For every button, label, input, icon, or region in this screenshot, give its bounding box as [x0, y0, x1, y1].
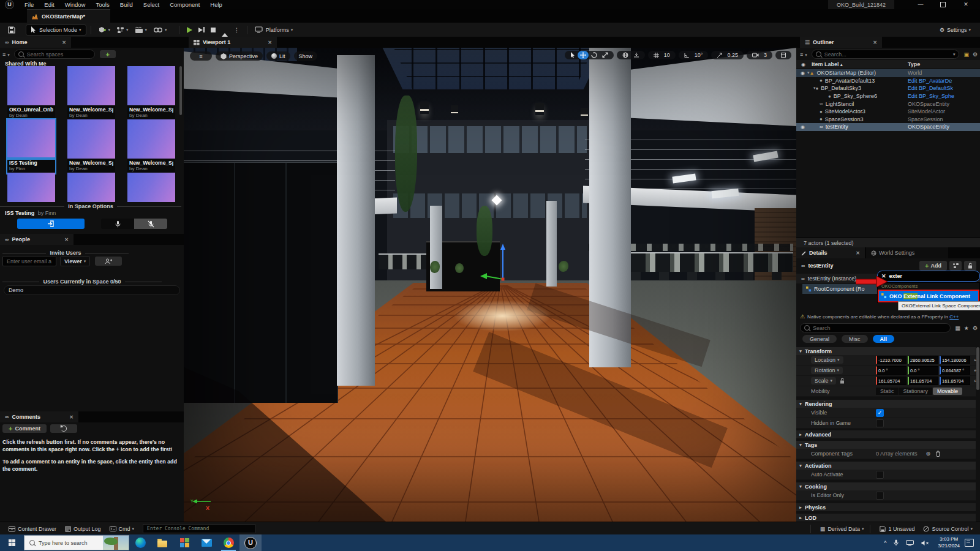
tab-all[interactable]: All	[873, 335, 895, 343]
show-dropdown[interactable]: Show	[294, 51, 318, 61]
save-button[interactable]	[5, 24, 18, 35]
section-activation[interactable]: ▾Activation	[796, 462, 976, 470]
location-z[interactable]: 154.180006	[940, 356, 970, 364]
visible-checkbox[interactable]: ✓	[876, 409, 884, 417]
space-card[interactable]	[67, 173, 115, 202]
mobility-static[interactable]: Static	[876, 388, 899, 395]
platforms-dropdown[interactable]: Platforms ▾	[252, 24, 296, 35]
output-log-button[interactable]: Output Log	[65, 526, 101, 532]
section-physics[interactable]: ▸Physics	[796, 503, 976, 511]
add-element-icon[interactable]: ⊕	[926, 451, 931, 457]
favorites-icon[interactable]: ★	[964, 325, 969, 331]
tab-outliner[interactable]: ☰ Outliner ✕	[800, 37, 882, 48]
outliner-row-avatar[interactable]: ● BP_AvatarDefault13 Edit BP_AvatarDe	[796, 77, 980, 85]
camera-speed-group[interactable]: 3	[747, 51, 772, 59]
selection-mode-dropdown[interactable]: Selection Mode ▾	[26, 24, 86, 36]
close-icon[interactable]: ✕	[856, 250, 860, 256]
outliner-settings-icon[interactable]: ⚙	[973, 51, 978, 58]
section-advanced[interactable]: ▸Advanced	[796, 430, 976, 438]
space-card[interactable]: New_Welcome_Sp...by Dean	[127, 119, 175, 173]
rotate-tool[interactable]	[589, 52, 600, 58]
settings-dropdown[interactable]: ⚙ Settings ▾	[937, 24, 974, 35]
angle-snap-value[interactable]: 10°	[692, 52, 706, 58]
mobility-stationary[interactable]: Stationary	[899, 388, 933, 395]
section-transform[interactable]: ▾Transform	[796, 347, 976, 355]
tray-usb-icon[interactable]	[894, 539, 899, 546]
maximize-button[interactable]	[938, 0, 947, 9]
mic-on-button[interactable]	[101, 219, 134, 229]
scale-dropdown[interactable]: Scale▾	[811, 377, 836, 384]
cinematics-button[interactable]: ▾	[132, 24, 151, 35]
world-local-toggle[interactable]	[620, 52, 631, 58]
scale-snap-value[interactable]: 0.25	[725, 52, 741, 58]
blueprint-edit-button[interactable]	[949, 261, 962, 271]
tab-misc[interactable]: Misc	[842, 335, 868, 343]
menu-select[interactable]: Select	[143, 1, 159, 8]
role-dropdown[interactable]: Viewer▾	[60, 256, 90, 266]
scale-tool[interactable]	[600, 52, 611, 58]
section-rendering[interactable]: ▾Rendering	[796, 400, 976, 408]
refresh-comments-button[interactable]	[50, 424, 77, 433]
grid-snap-value[interactable]: 10	[662, 52, 673, 58]
tab-comments[interactable]: ∞ Comments ✕	[0, 411, 78, 422]
close-icon[interactable]: ✕	[69, 414, 74, 420]
rotation-z[interactable]: 0.664587 °	[940, 366, 970, 375]
taskbar-mail[interactable]	[195, 534, 217, 551]
outliner-filter-icon[interactable]: ≡▾	[800, 51, 807, 58]
visibility-column-icon[interactable]: ◉	[801, 62, 805, 67]
mobility-movable[interactable]: Movable	[933, 388, 962, 395]
invite-user-button[interactable]	[95, 257, 122, 266]
content-drawer-button[interactable]: Content Drawer	[9, 526, 56, 532]
tab-okostartermap[interactable]: OKOStarterMap*	[27, 9, 110, 23]
space-card[interactable]: New_Welcome_Sp...by Dean	[67, 66, 115, 120]
space-card[interactable]	[127, 173, 175, 202]
console-command-input[interactable]: Enter Console Command	[143, 524, 255, 533]
camera-speed-value[interactable]: 3	[761, 52, 769, 58]
derived-data-button[interactable]: ▦ Derived Data ▾	[820, 526, 864, 532]
menu-component[interactable]: Component	[170, 1, 200, 8]
start-button[interactable]	[9, 539, 15, 546]
space-card-selected[interactable]: ISS Testingby Finn	[7, 119, 55, 173]
details-settings-icon[interactable]: ⚙	[973, 325, 978, 331]
space-card[interactable]	[7, 173, 55, 202]
eye-icon[interactable]: ◉	[801, 70, 805, 76]
close-icon[interactable]: ✕	[268, 40, 272, 45]
section-lod[interactable]: ▸LOD	[796, 514, 976, 522]
close-icon[interactable]: ✕	[62, 40, 66, 45]
outliner-row-okostartermap[interactable]: ◉ ▾ ▲ OKOStarterMap (Editor) World	[796, 69, 980, 77]
add-actor-button[interactable]: ▾	[96, 24, 114, 35]
space-card[interactable]: New_Welcome_Sp...by Dean	[67, 119, 115, 173]
source-control-button[interactable]: Source Control ▾	[923, 526, 973, 532]
oko-tools-button[interactable]: ▾	[150, 24, 170, 35]
close-button[interactable]: ✕	[962, 0, 970, 9]
close-icon[interactable]: ✕	[64, 237, 69, 242]
lit-dropdown[interactable]: Lit	[266, 51, 290, 61]
tab-details[interactable]: Details ✕	[796, 247, 865, 258]
filter-icon[interactable]: ≡▾	[2, 51, 10, 58]
add-space-button[interactable]: +	[100, 50, 116, 58]
unsaved-button[interactable]: 1 Unsaved	[880, 526, 914, 532]
home-scrollbar[interactable]	[179, 66, 182, 115]
action-center-icon[interactable]	[965, 539, 974, 547]
transform-gizmo[interactable]	[480, 242, 522, 288]
rotation-x[interactable]: 0.0 °	[876, 366, 907, 375]
move-tool[interactable]	[578, 51, 589, 59]
outliner-row-spacesession[interactable]: ● SpaceSession3 SpaceSession	[796, 116, 980, 124]
details-search-input[interactable]: Search	[800, 323, 951, 332]
location-x[interactable]: -1210.7000	[876, 356, 907, 364]
display-options-icon[interactable]: ▦	[955, 325, 960, 331]
play-button[interactable]	[184, 24, 195, 35]
tray-clock[interactable]: 3:03 PM 3/21/2024	[938, 536, 960, 549]
space-card[interactable]: OKO_Unreal_Onbo...by Dean	[7, 66, 55, 120]
maximize-viewport-button[interactable]	[775, 51, 791, 59]
select-tool[interactable]	[568, 52, 578, 58]
blueprints-button[interactable]: ▾	[113, 24, 132, 35]
menu-build[interactable]: Build	[120, 1, 133, 8]
taskbar-edge[interactable]	[129, 534, 151, 551]
eject-button[interactable]	[219, 24, 231, 35]
grid-snap-group[interactable]: 10	[648, 51, 676, 59]
angle-snap-group[interactable]: 10°	[679, 51, 709, 59]
scale-z[interactable]: 161.85704	[940, 377, 970, 385]
frame-skip-button[interactable]	[195, 24, 208, 35]
add-comment-button[interactable]: + Comment	[2, 424, 47, 433]
